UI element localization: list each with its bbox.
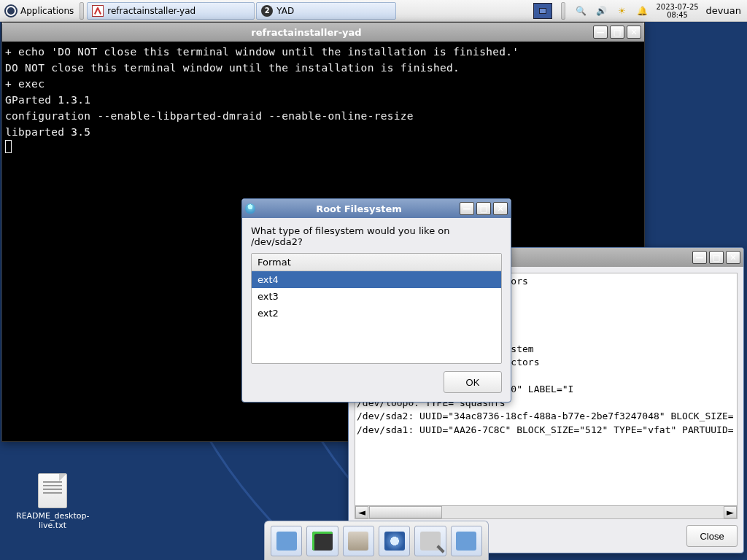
group-badge: 2 <box>261 5 273 17</box>
window-title: Root Filesystem <box>258 203 460 214</box>
scroll-right-button[interactable]: ► <box>724 506 737 518</box>
weather-tray-icon[interactable]: ☀ <box>615 4 628 18</box>
close-button[interactable]: ✕ <box>726 251 740 264</box>
dock-home[interactable] <box>451 526 482 556</box>
taskbar-item-yad[interactable]: 2 YAD <box>256 2 396 20</box>
dock-archive[interactable] <box>343 526 374 556</box>
scroll-left-button[interactable]: ◄ <box>355 506 368 518</box>
list-item-ext4[interactable]: ext4 <box>252 271 501 288</box>
horizontal-scrollbar[interactable]: ◄ ► <box>355 506 738 519</box>
window-title: refractainstaller-yad <box>20 27 593 38</box>
close-button[interactable]: ✕ <box>627 26 641 39</box>
dock-search[interactable] <box>414 526 446 556</box>
taskbar-label: refractainstaller-yad <box>107 6 196 16</box>
list-item-ext2[interactable]: ext2 <box>252 305 501 322</box>
maximize-button[interactable]: □ <box>709 251 724 264</box>
scroll-track[interactable] <box>443 506 724 518</box>
list-item-ext3[interactable]: ext3 <box>252 288 501 305</box>
folder-icon <box>456 532 476 551</box>
applications-menu[interactable]: Applications <box>0 3 78 19</box>
desktop-icon-readme[interactable]: README_desktop-live.txt <box>16 473 89 530</box>
distro-logo-icon <box>4 4 18 18</box>
dock-browser[interactable] <box>379 526 410 556</box>
clock-time: 08:45 <box>656 11 698 19</box>
taskbar-label: YAD <box>276 6 294 16</box>
app-icon <box>92 5 104 17</box>
dialog-prompt: What type of filesystem would you like o… <box>251 225 502 247</box>
notification-tray-icon[interactable]: 🔔 <box>635 4 649 18</box>
archive-icon <box>348 532 368 551</box>
browser-icon <box>384 532 405 551</box>
panel-separator <box>561 2 565 20</box>
close-button[interactable]: ✕ <box>493 202 508 215</box>
panel-separator <box>80 2 84 20</box>
taskbar-item-terminal[interactable]: refractainstaller-yad <box>87 2 255 20</box>
cursor <box>5 140 12 153</box>
minimize-button[interactable]: — <box>692 251 707 264</box>
minimize-button[interactable]: — <box>460 202 474 215</box>
minimize-button[interactable]: — <box>593 26 608 39</box>
dock <box>264 521 489 560</box>
close-button[interactable]: Close <box>686 525 738 547</box>
list-header[interactable]: Format <box>252 254 501 271</box>
search-tray-icon[interactable]: 🔍 <box>574 4 587 18</box>
titlebar[interactable]: Root Filesystem — □ ✕ <box>242 199 511 218</box>
applications-label: Applications <box>20 6 74 16</box>
ok-button[interactable]: OK <box>444 371 502 393</box>
files-icon <box>276 532 297 551</box>
root-filesystem-dialog: Root Filesystem — □ ✕ What type of files… <box>241 198 511 402</box>
app-icon <box>5 26 17 38</box>
titlebar[interactable]: refractainstaller-yad — □ ✕ <box>2 23 644 42</box>
dialog-icon <box>245 203 255 214</box>
dock-terminal[interactable] <box>306 526 338 556</box>
terminal-icon <box>312 532 333 551</box>
maximize-button[interactable]: □ <box>610 26 624 39</box>
clock[interactable]: 2023-07-25 08:45 <box>656 3 698 19</box>
top-panel: Applications refractainstaller-yad 2 YAD… <box>0 0 747 22</box>
user-menu[interactable]: devuan <box>706 5 741 16</box>
workspace-switcher[interactable] <box>533 3 552 19</box>
dock-files[interactable] <box>271 526 302 556</box>
filesystem-listbox[interactable]: Format ext4ext3ext2 <box>251 253 502 364</box>
maximize-button[interactable]: □ <box>476 202 491 215</box>
search-icon <box>420 532 441 551</box>
clock-date: 2023-07-25 <box>656 3 698 11</box>
sound-tray-icon[interactable]: 🔊 <box>595 4 608 18</box>
scroll-thumb[interactable] <box>369 506 442 518</box>
text-file-icon <box>38 473 67 508</box>
desktop-icon-label: README_desktop-live.txt <box>16 511 89 530</box>
